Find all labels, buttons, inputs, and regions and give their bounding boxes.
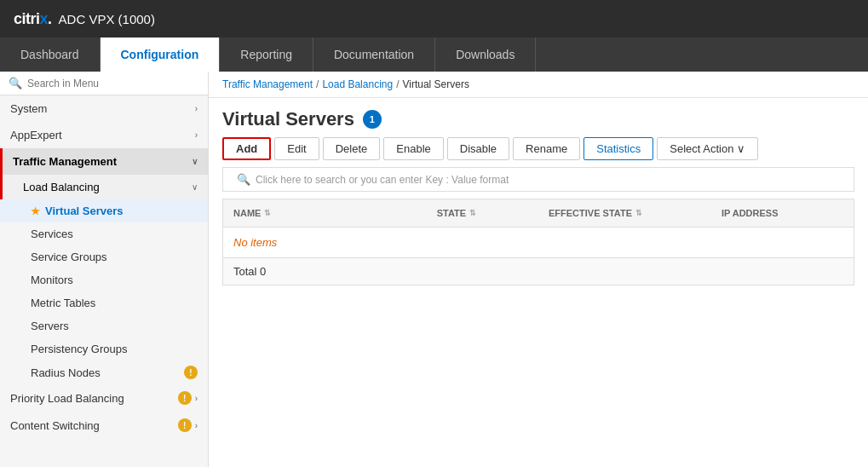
edit-button[interactable]: Edit — [274, 137, 319, 160]
sidebar-item-service-groups[interactable]: Service Groups — [0, 245, 208, 268]
page-title: Virtual Servers — [222, 108, 354, 130]
chevron-right-icon: › — [195, 421, 198, 430]
chevron-down-icon: ∨ — [192, 157, 198, 166]
column-name[interactable]: NAME ⇅ — [223, 205, 427, 222]
chevron-down-icon: ∨ — [737, 142, 745, 155]
chevron-right-icon: › — [195, 104, 198, 113]
data-table: NAME ⇅ STATE ⇅ EFFECTIVE STATE ⇅ IP ADDR… — [222, 199, 854, 285]
select-action-button[interactable]: Select Action ∨ — [657, 137, 758, 160]
column-state[interactable]: STATE ⇅ — [427, 205, 538, 222]
search-bar[interactable]: 🔍 — [0, 72, 208, 95]
warning-icon: ! — [178, 418, 192, 432]
warning-icon: ! — [184, 366, 198, 379]
disable-button[interactable]: Disable — [447, 137, 509, 160]
total-row: Total 0 — [223, 257, 854, 285]
search-input[interactable] — [27, 78, 199, 89]
content-area: Traffic Management / Load Balancing / Vi… — [209, 72, 868, 467]
sidebar-item-traffic-management[interactable]: Traffic Management ∨ — [0, 148, 208, 175]
sidebar-item-content-switching[interactable]: Content Switching ! › — [0, 412, 208, 439]
add-button[interactable]: Add — [222, 137, 271, 160]
sidebar-item-monitors[interactable]: Monitors — [0, 268, 208, 291]
no-items-message: No items — [223, 228, 854, 257]
sidebar-item-radius-nodes[interactable]: Radius Nodes ! — [0, 360, 208, 384]
top-header: citrix. ADC VPX (1000) — [0, 0, 868, 37]
main-layout: 🔍 System › AppExpert › Traffic Managemen… — [0, 72, 868, 467]
sidebar-item-virtual-servers[interactable]: ★ Virtual Servers — [0, 199, 208, 222]
count-badge: 1 — [363, 110, 382, 129]
breadcrumb-traffic-management[interactable]: Traffic Management — [222, 78, 313, 90]
sidebar-item-appexpert[interactable]: AppExpert › — [0, 122, 208, 148]
citrix-logo: citrix. — [14, 10, 52, 28]
nav-dashboard[interactable]: Dashboard — [0, 37, 101, 72]
sidebar-item-load-balancing[interactable]: Load Balancing ∨ — [0, 175, 208, 199]
filter-bar[interactable]: 🔍 Click here to search or you can enter … — [222, 167, 854, 192]
statistics-button[interactable]: Statistics — [583, 137, 653, 160]
app-title: ADC VPX (1000) — [59, 12, 155, 26]
sidebar-item-persistency-groups[interactable]: Persistency Groups — [0, 337, 208, 360]
nav-downloads[interactable]: Downloads — [435, 37, 536, 72]
column-ip-address[interactable]: IP ADDRESS — [711, 205, 854, 222]
breadcrumb: Traffic Management / Load Balancing / Vi… — [209, 72, 868, 98]
enable-button[interactable]: Enable — [383, 137, 443, 160]
star-icon: ★ — [31, 205, 40, 217]
breadcrumb-load-balancing[interactable]: Load Balancing — [322, 78, 393, 90]
chevron-right-icon: › — [195, 130, 198, 140]
nav-configuration[interactable]: Configuration — [101, 37, 221, 72]
logo: citrix. ADC VPX (1000) — [14, 10, 155, 28]
nav-bar: Dashboard Configuration Reporting Docume… — [0, 37, 868, 72]
search-icon: 🔍 — [237, 173, 250, 186]
rename-button[interactable]: Rename — [513, 137, 580, 160]
sidebar-item-metric-tables[interactable]: Metric Tables — [0, 291, 208, 314]
nav-reporting[interactable]: Reporting — [220, 37, 313, 72]
sidebar-item-servers[interactable]: Servers — [0, 314, 208, 337]
sort-icon: ⇅ — [635, 209, 642, 217]
action-toolbar: Add Edit Delete Enable Disable Rename St… — [209, 137, 868, 167]
chevron-right-icon: › — [195, 394, 198, 403]
delete-button[interactable]: Delete — [323, 137, 381, 160]
column-effective-state[interactable]: EFFECTIVE STATE ⇅ — [538, 205, 711, 222]
sidebar-item-priority-load-balancing[interactable]: Priority Load Balancing ! › — [0, 384, 208, 412]
sidebar-item-services[interactable]: Services — [0, 222, 208, 245]
table-header: NAME ⇅ STATE ⇅ EFFECTIVE STATE ⇅ IP ADDR… — [223, 199, 854, 228]
page-title-row: Virtual Servers 1 — [209, 98, 868, 137]
nav-documentation[interactable]: Documentation — [313, 37, 435, 72]
search-icon: 🔍 — [9, 77, 22, 89]
chevron-down-icon: ∨ — [192, 182, 198, 192]
breadcrumb-current: Virtual Servers — [402, 78, 468, 90]
sidebar-item-system[interactable]: System › — [0, 95, 208, 122]
sort-icon: ⇅ — [469, 209, 476, 217]
sidebar: 🔍 System › AppExpert › Traffic Managemen… — [0, 72, 209, 467]
sort-icon: ⇅ — [264, 209, 271, 217]
filter-placeholder: Click here to search or you can enter Ke… — [256, 174, 509, 186]
warning-icon: ! — [178, 391, 192, 405]
